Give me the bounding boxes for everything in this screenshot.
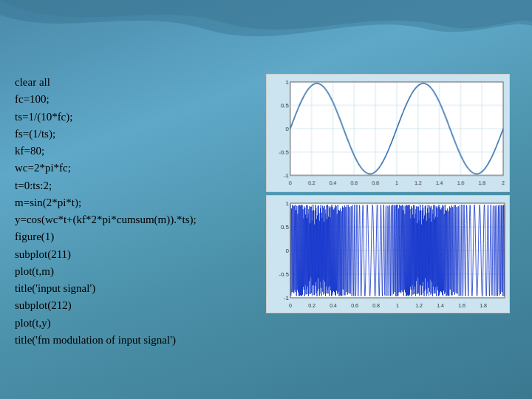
- wave-decoration: [0, 0, 532, 44]
- top-plot: [266, 74, 510, 192]
- content-area: clear all fc=100; ts=1/(10*fc); fs=(1/ts…: [0, 70, 532, 399]
- bottom-plot-canvas: [267, 196, 510, 313]
- top-plot-canvas: [267, 75, 509, 191]
- plots-area: [266, 70, 517, 313]
- code-block: clear all fc=100; ts=1/(10*fc); fs=(1/ts…: [15, 70, 251, 352]
- matlab-code: clear all fc=100; ts=1/(10*fc); fs=(1/ts…: [15, 74, 251, 349]
- bottom-plot: [266, 195, 510, 313]
